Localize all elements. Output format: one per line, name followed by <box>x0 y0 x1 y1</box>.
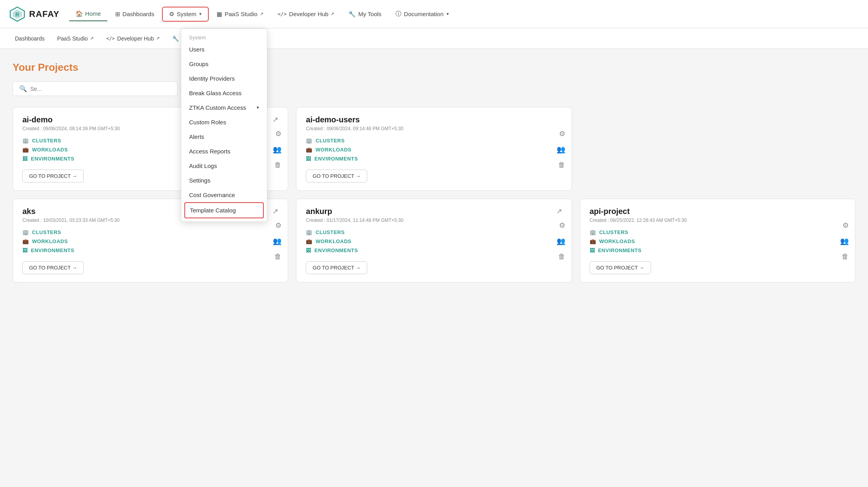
logo-text: RAFAY <box>29 9 60 19</box>
trend-icon-aks: ↗ <box>272 207 278 216</box>
card-date-api-project: Created : 08/25/2022, 12:28:43 AM GMT+5:… <box>590 218 846 223</box>
dropdown-users[interactable]: Users <box>181 42 267 57</box>
delete-icon-ai-demo-users[interactable]: 🗑 <box>558 161 565 169</box>
workloads-link-ai-demo-users[interactable]: 💼 WORKLOADS <box>306 147 562 153</box>
dropdown-settings[interactable]: Settings <box>181 173 267 188</box>
project-card-ai-demo-users: ai-demo-users Created : 09/06/2024, 09:1… <box>296 107 572 191</box>
card-title-api-project: api-project <box>590 207 630 216</box>
nav-paas-studio[interactable]: ▦ PaaS Studio ↗ <box>210 7 269 21</box>
clusters-link-aks[interactable]: 🏢 CLUSTERS <box>22 229 278 235</box>
card-title-aks: aks <box>22 207 35 216</box>
trend-icon-ai-demo: ↗ <box>272 115 278 124</box>
environments-link-ankurp[interactable]: 🖼 ENVIRONMENTS <box>306 247 562 253</box>
logo[interactable]: R RAFAY <box>9 6 60 22</box>
clusters-link-ai-demo-users[interactable]: 🏢 CLUSTERS <box>306 138 562 144</box>
go-to-project-aks[interactable]: GO TO PROJECT → <box>22 261 84 274</box>
dropdown-identity-providers[interactable]: Identity Providers <box>181 71 267 86</box>
home-icon: 🏠 <box>75 10 83 17</box>
nav-documentation[interactable]: ⓘ Documentation ▾ <box>389 7 455 21</box>
dev-hub-icon: </> <box>278 11 287 17</box>
dropdown-custom-roles[interactable]: Custom Roles <box>181 115 267 129</box>
sub-nav-paas-studio[interactable]: PaaS Studio ↗ <box>52 33 99 44</box>
dropdown-header: System <box>181 32 267 42</box>
users-icon-aks[interactable]: 👥 <box>273 237 281 245</box>
workloads-icon-api-project: 💼 <box>590 238 596 244</box>
paas-icon: ▦ <box>217 11 222 18</box>
rafay-logo-icon: R <box>9 6 25 22</box>
sub-paas-external-icon: ↗ <box>90 36 94 41</box>
dropdown-access-reports[interactable]: Access Reports <box>181 144 267 159</box>
environments-link-api-project[interactable]: 🖼 ENVIRONMENTS <box>590 247 846 253</box>
dropdown-break-glass-access[interactable]: Break Glass Access <box>181 86 267 100</box>
project-card-ankurp: ankurp ↗ Created : 01/17/2024, 11:14:48 … <box>296 199 572 282</box>
system-dropdown: System Users Groups Identity Providers B… <box>181 28 267 222</box>
workloads-link-api-project[interactable]: 💼 WORKLOADS <box>590 238 846 244</box>
workloads-icon-ai-demo: 💼 <box>22 147 29 153</box>
go-to-project-ai-demo[interactable]: GO TO PROJECT → <box>22 170 84 183</box>
settings-icon-ai-demo[interactable]: ⚙ <box>275 129 281 138</box>
card-date-ankurp: Created : 01/17/2024, 11:14:48 PM GMT+5:… <box>306 218 562 223</box>
settings-icon-ankurp[interactable]: ⚙ <box>559 221 565 230</box>
sub-nav-dashboards[interactable]: Dashboards <box>9 33 50 44</box>
sub-nav-developer-hub[interactable]: </> Developer Hub ↗ <box>101 33 165 44</box>
ztka-chevron-icon: ▾ <box>257 105 259 110</box>
environments-icon-api-project: 🖼 <box>590 247 595 253</box>
go-to-project-ai-demo-users[interactable]: GO TO PROJECT → <box>306 170 367 183</box>
project-card-api-project: api-project Created : 08/25/2022, 12:28:… <box>580 199 855 282</box>
card-links-api-project: 🏢 CLUSTERS 💼 WORKLOADS 🖼 ENVIRONMENTS <box>590 229 846 253</box>
search-input[interactable] <box>30 86 171 92</box>
card-date-ai-demo-users: Created : 09/06/2024, 09:14:46 PM GMT+5:… <box>306 126 562 131</box>
dropdown-ztka-custom-access[interactable]: ZTKA Custom Access ▾ <box>181 100 267 115</box>
sub-dev-hub-icon: </> <box>106 36 115 41</box>
settings-icon-aks[interactable]: ⚙ <box>275 221 281 230</box>
nav-home[interactable]: 🏠 Home <box>69 7 107 21</box>
delete-icon-api-project[interactable]: 🗑 <box>842 253 849 261</box>
dropdown-audit-logs[interactable]: Audit Logs <box>181 159 267 173</box>
environments-icon-ankurp: 🖼 <box>306 247 311 253</box>
dropdown-groups[interactable]: Groups <box>181 57 267 71</box>
users-icon-ai-demo[interactable]: 👥 <box>273 145 281 154</box>
environments-icon-ai-demo-users: 🖼 <box>306 156 311 162</box>
sub-dev-hub-external-icon: ↗ <box>156 36 160 41</box>
delete-icon-aks[interactable]: 🗑 <box>274 253 281 261</box>
card-links-ankurp: 🏢 CLUSTERS 💼 WORKLOADS 🖼 ENVIRONMENTS <box>306 229 562 253</box>
documentation-chevron-icon: ▾ <box>447 11 449 17</box>
nav-dashboards[interactable]: ⊞ Dashboards <box>109 7 161 21</box>
go-to-project-api-project[interactable]: GO TO PROJECT → <box>590 261 651 274</box>
settings-icon-api-project[interactable]: ⚙ <box>842 221 849 230</box>
dropdown-cost-governance[interactable]: Cost Governance <box>181 188 267 202</box>
trend-icon-ankurp: ↗ <box>556 207 562 216</box>
settings-icon-ai-demo-users[interactable]: ⚙ <box>559 129 565 138</box>
projects-grid: ai-demo ↗ Created : 09/06/2024, 09:14:39… <box>13 107 855 282</box>
environments-icon-ai-demo: 🖼 <box>22 156 28 162</box>
delete-icon-ankurp[interactable]: 🗑 <box>558 253 565 261</box>
workloads-link-ankurp[interactable]: 💼 WORKLOADS <box>306 238 562 244</box>
clusters-link-api-project[interactable]: 🏢 CLUSTERS <box>590 229 846 235</box>
clusters-icon-ai-demo: 🏢 <box>22 138 29 144</box>
workloads-icon-ai-demo-users: 💼 <box>306 147 313 153</box>
clusters-icon-aks: 🏢 <box>22 229 29 235</box>
delete-icon-ai-demo[interactable]: 🗑 <box>274 161 281 169</box>
environments-link-ai-demo-users[interactable]: 🖼 ENVIRONMENTS <box>306 156 562 162</box>
svg-text:R: R <box>15 11 19 18</box>
nav-my-tools[interactable]: 🔧 My Tools <box>342 7 388 21</box>
workloads-link-aks[interactable]: 💼 WORKLOADS <box>22 238 278 244</box>
card-links-ai-demo-users: 🏢 CLUSTERS 💼 WORKLOADS 🖼 ENVIRONMENTS <box>306 138 562 162</box>
go-to-project-ankurp[interactable]: GO TO PROJECT → <box>306 261 367 274</box>
nav-system[interactable]: ⚙ System ▾ <box>162 7 209 22</box>
clusters-link-ankurp[interactable]: 🏢 CLUSTERS <box>306 229 562 235</box>
system-icon: ⚙ <box>169 11 174 18</box>
sub-my-tools-icon: 🔧 <box>172 35 179 42</box>
system-chevron-icon: ▾ <box>199 11 202 17</box>
clusters-icon-api-project: 🏢 <box>590 229 596 235</box>
environments-link-aks[interactable]: 🖼 ENVIRONMENTS <box>22 247 278 253</box>
search-bar[interactable]: 🔍 <box>13 81 178 96</box>
dashboards-icon: ⊞ <box>115 11 120 18</box>
my-tools-icon: 🔧 <box>348 11 356 18</box>
nav-developer-hub[interactable]: </> Developer Hub ↗ <box>271 7 341 20</box>
dropdown-alerts[interactable]: Alerts <box>181 129 267 144</box>
dropdown-template-catalog[interactable]: Template Catalog <box>184 202 264 218</box>
users-icon-ankurp[interactable]: 👥 <box>557 237 565 245</box>
users-icon-ai-demo-users[interactable]: 👥 <box>557 145 565 154</box>
users-icon-api-project[interactable]: 👥 <box>840 237 849 245</box>
